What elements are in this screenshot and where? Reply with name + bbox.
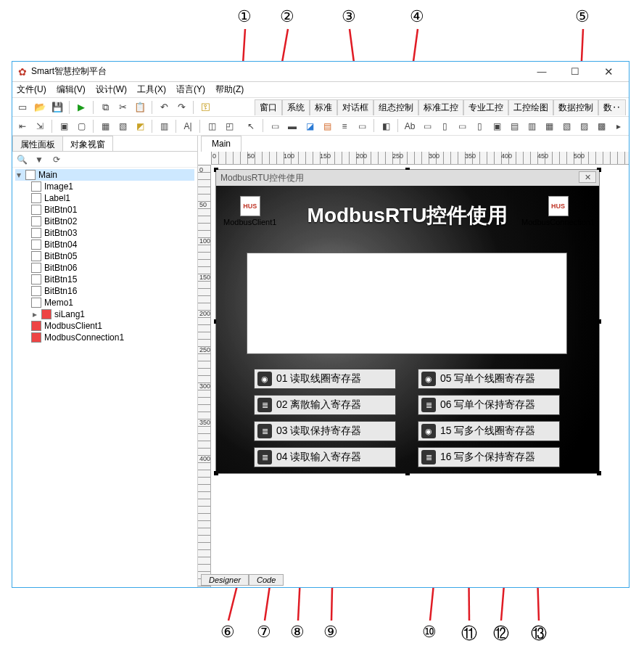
panel9-icon[interactable]: ▭ [420,119,434,134]
panel7-icon[interactable]: ◧ [379,119,393,134]
tab-code[interactable]: Code [249,574,284,586]
object-tree[interactable]: ▾ Main Image1 Label1 BitBtn01 BitBtn02 B… [12,168,197,587]
panel11-icon[interactable]: ▭ [455,119,469,134]
panel14-icon[interactable]: ▤ [507,119,521,134]
tab-main[interactable]: Main [201,136,242,152]
btn-fn04[interactable]: ≣ 04 读取输入寄存器 [254,447,396,467]
minimize-button[interactable]: — [527,64,556,80]
cat-config[interactable]: 组态控制 [373,99,418,115]
panel17-icon[interactable]: ▧ [559,119,574,134]
tree-item[interactable]: ModbusClient1 [31,320,194,332]
panel16-icon[interactable]: ▦ [542,119,556,134]
bring-front-icon[interactable]: ▣ [57,119,71,134]
panel3-icon[interactable]: ◪ [302,119,317,134]
text-icon[interactable]: A| [181,119,195,134]
new-icon[interactable]: ▭ [15,100,30,115]
maximize-button[interactable]: ☐ [561,64,590,80]
panel4-icon[interactable]: ▤ [320,119,334,134]
filter-icon[interactable]: ▼ [33,153,46,166]
tab-object-window[interactable]: 对象视窗 [62,136,113,151]
panel18-icon[interactable]: ▨ [577,119,591,134]
menu-edit[interactable]: 编辑(V) [57,83,86,96]
send-back-icon[interactable]: ▢ [74,119,88,134]
component-modbus-client[interactable]: HUS ModbusClient1 [223,196,276,226]
cat-window[interactable]: 窗口 [255,99,282,115]
tree-item[interactable]: BitBtn01 [31,204,194,216]
search-icon[interactable]: 🔍 [15,153,28,166]
close-button[interactable]: ✕ [594,64,623,80]
align-icon[interactable]: ⇤ [15,119,30,134]
panel19-icon[interactable]: ▩ [594,119,608,134]
panel5-icon[interactable]: ≡ [337,119,352,134]
paste-icon[interactable]: 📋 [133,100,147,115]
panel15-icon[interactable]: ▥ [524,119,539,134]
panel2-icon[interactable]: ▬ [285,119,300,134]
align2-icon[interactable]: ⇲ [33,119,47,134]
tree-item[interactable]: BitBtn02 [31,216,194,227]
menu-file[interactable]: 文件(U) [17,83,46,96]
tab-designer[interactable]: Designer [201,574,249,586]
design-surface[interactable]: ModbusRTU控件使用 ✕ ModbusRTU控件使用 HUS Modbus… [211,165,629,587]
run-icon[interactable]: ▶ [74,100,88,115]
tree-item[interactable]: BitBtn03 [31,227,194,239]
btn-fn16[interactable]: ≣ 16 写多个保持寄存器 [418,447,560,467]
undo-icon[interactable]: ↶ [157,100,171,115]
tree-item[interactable]: BitBtn05 [31,250,194,262]
panel6-icon[interactable]: ▭ [355,119,369,134]
ungroup-icon[interactable]: ▧ [115,119,130,134]
tree-item[interactable]: ModbusConnection1 [31,332,194,343]
btn-fn15[interactable]: ◉ 15 写多个线圈寄存器 [418,421,560,441]
panel-more-icon[interactable]: ▸ [611,119,626,134]
tree-item[interactable]: BitBtn06 [31,262,194,274]
design-form[interactable]: ModbusRTU控件使用 ✕ ModbusRTU控件使用 HUS Modbus… [215,169,600,474]
refresh-icon[interactable]: ⟳ [50,153,63,166]
panel1-icon[interactable]: ▭ [268,119,282,134]
memo-area[interactable] [247,253,567,354]
tree-item[interactable]: Memo1 [31,297,194,308]
tree-item[interactable]: Image1 [31,181,194,192]
panel8-icon[interactable]: Ab [402,119,417,134]
misc1-icon[interactable]: ◫ [205,119,219,134]
tree-root[interactable]: ▾ Main [15,169,194,181]
tree-item[interactable]: BitBtn16 [31,285,194,297]
tree-item[interactable]: BitBtn15 [31,274,194,285]
redo-icon[interactable]: ↷ [174,100,189,115]
btn-fn06[interactable]: ≣ 06 写单个保持寄存器 [418,395,560,415]
cat-dialog[interactable]: 对话框 [337,99,373,115]
tree-item[interactable]: ▸siLang1 [31,308,194,320]
btn-fn03[interactable]: ≣ 03 读取保持寄存器 [254,421,396,441]
cut-icon[interactable]: ✂ [115,100,130,115]
open-icon[interactable]: 📂 [33,100,47,115]
cat-standard[interactable]: 标准 [310,99,337,115]
copy-icon[interactable]: ⧉ [98,100,112,115]
color-icon[interactable]: ◩ [133,119,147,134]
group-icon[interactable]: ▦ [98,119,112,134]
pointer-icon[interactable]: ↖ [244,119,258,134]
grid-icon[interactable]: ▥ [157,119,171,134]
menu-help[interactable]: 帮助(Z) [215,83,244,96]
cat-draw[interactable]: 工控绘图 [508,99,553,115]
tree-item[interactable]: Label1 [31,192,194,204]
misc2-icon[interactable]: ◰ [222,119,236,134]
panel10-icon[interactable]: ▯ [437,119,452,134]
btn-fn02[interactable]: ≣ 02 离散输入寄存器 [254,395,396,415]
form-close-button[interactable]: ✕ [579,171,596,183]
tab-properties[interactable]: 属性面板 [12,136,63,151]
tree-item[interactable]: BitBtn04 [31,239,194,250]
cat-data[interactable]: 数据控制 [553,99,598,115]
menu-tools[interactable]: 工具(X) [137,83,166,96]
cat-std-ic[interactable]: 标准工控 [418,99,463,115]
panel12-icon[interactable]: ▯ [472,119,487,134]
cat-system[interactable]: 系统 [282,99,310,115]
form-titlebar[interactable]: ModbusRTU控件使用 ✕ [216,170,599,186]
btn-fn01[interactable]: ◉ 01 读取线圈寄存器 [254,369,396,389]
key-icon[interactable]: ⚿ [198,100,212,115]
titlebar[interactable]: ✿ Smart智慧控制平台 — ☐ ✕ [12,62,629,82]
menu-design[interactable]: 设计(W) [96,83,127,96]
cat-pro-ic[interactable]: 专业工控 [463,99,508,115]
btn-fn05[interactable]: ◉ 05 写单个线圈寄存器 [418,369,560,389]
cat-more[interactable]: 数‥ [598,99,626,115]
save-icon[interactable]: 💾 [50,100,65,115]
menu-language[interactable]: 语言(Y) [176,83,205,96]
component-modbus-connection[interactable]: HUS ModbusConnection1 [521,196,595,226]
